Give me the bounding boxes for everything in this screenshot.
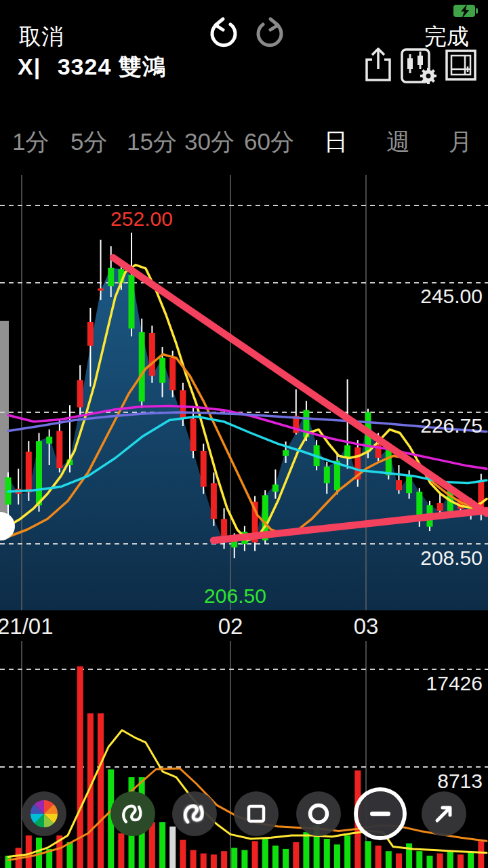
rectangle-tool-button[interactable]: [234, 791, 279, 836]
pen-squiggle-icon: [178, 797, 211, 830]
tab-日[interactable]: 日: [324, 126, 348, 158]
minus-icon: [364, 797, 396, 830]
x-axis-label: 02: [218, 614, 243, 639]
pen-squiggle-icon: [117, 797, 149, 830]
ellipse-tool-button[interactable]: [296, 791, 341, 836]
x-axis-label: 21/01: [0, 614, 54, 639]
tab-60分[interactable]: 60分: [244, 126, 294, 158]
high-price-label: 252.00: [110, 208, 173, 231]
tab-30分[interactable]: 30分: [184, 126, 235, 158]
tab-週[interactable]: 週: [386, 126, 410, 158]
pen-tool-green-button[interactable]: [110, 791, 155, 836]
y-axis-label: 245.00: [420, 285, 483, 308]
remove-tool-button[interactable]: [358, 791, 403, 836]
undo-arrow-icon[interactable]: [206, 16, 241, 52]
chart-layout-icon[interactable]: [445, 49, 477, 81]
trend-arrow-icon: [428, 797, 460, 830]
gear-icon: [420, 68, 436, 84]
tab-15分[interactable]: 15分: [127, 126, 177, 158]
share-icon[interactable]: [363, 46, 393, 83]
candlestick-settings-icon[interactable]: [400, 46, 439, 85]
title-prefix: X|: [18, 54, 41, 79]
low-price-label: 206.50: [204, 585, 266, 608]
tab-5分[interactable]: 5分: [70, 126, 107, 158]
x-axis-label: 03: [354, 614, 379, 639]
tab-1分[interactable]: 1分: [12, 126, 49, 158]
color-wheel-button[interactable]: [22, 791, 66, 836]
y-axis-label: 226.75: [420, 414, 483, 437]
trend-arrow-tool-button[interactable]: [422, 791, 466, 836]
battery-charging-icon: [453, 4, 479, 19]
price-area-fill: [0, 268, 488, 610]
cancel-button[interactable]: 取消: [19, 22, 64, 52]
volume-axis-label: 8713: [437, 770, 483, 793]
app-screen: 取消 完成 X| 3324 雙鴻: [0, 0, 488, 868]
square-shape-icon: [240, 797, 272, 830]
y-axis-label: 208.50: [420, 547, 483, 570]
color-wheel-icon: [29, 799, 59, 829]
stock-title: X| 3324 雙鴻: [18, 52, 166, 83]
stock-name: 3324 雙鴻: [58, 54, 166, 79]
pen-tool-button[interactable]: [172, 791, 217, 836]
tab-月[interactable]: 月: [449, 126, 472, 158]
circle-shape-icon: [302, 797, 335, 830]
volume-axis-label: 17426: [426, 672, 483, 695]
redo-arrow-icon[interactable]: [252, 16, 287, 52]
